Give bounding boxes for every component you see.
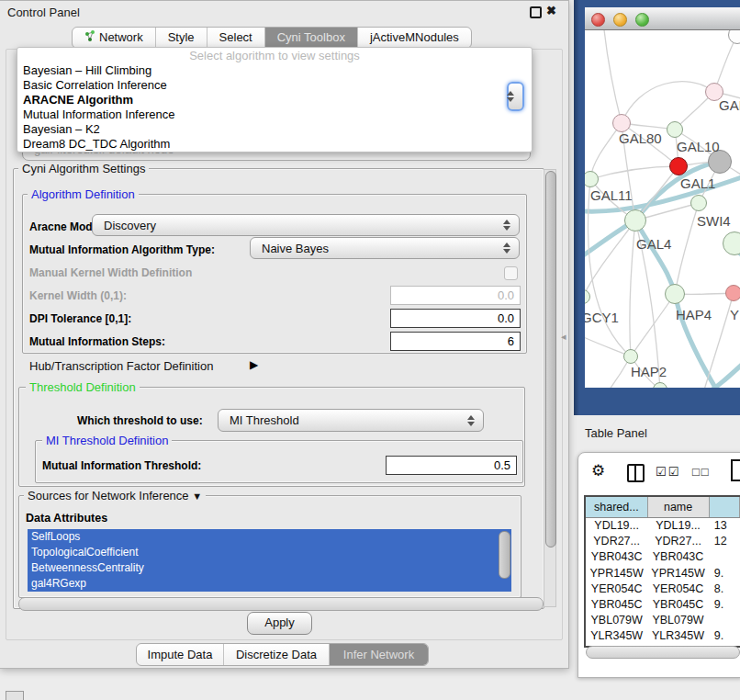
close-traffic-icon[interactable]	[591, 13, 605, 27]
mi-threshold-label: Mutual Information Threshold:	[42, 459, 201, 472]
gear-icon[interactable]: ⚙	[591, 461, 605, 480]
hub-definition-toggle[interactable]: Hub/Transcription Factor Definition	[29, 359, 213, 373]
tab-network[interactable]: Network	[73, 28, 156, 48]
node-label: GAL4	[636, 236, 671, 252]
group-title: Sources for Network Inference ▼	[24, 489, 206, 502]
which-threshold-select[interactable]: MI Threshold	[218, 409, 484, 432]
dropdown-item[interactable]: Bayesian – K2	[17, 122, 532, 137]
deselect-all-checkboxes-icon[interactable]: □□	[692, 465, 711, 479]
group-title: Threshold Definition	[26, 380, 140, 394]
manual-kernel-checkbox[interactable]	[504, 266, 518, 280]
node-table: shared... name YDL19...YDL19...13 YDR27.…	[584, 495, 740, 648]
focused-combo-arrow-button[interactable]	[507, 82, 524, 111]
table-row[interactable]: YDL19...YDL19...13	[586, 518, 740, 534]
tab-style[interactable]: Style	[156, 28, 207, 48]
group-title: Cyni Algorithm Settings	[18, 162, 149, 175]
spinner-arrows-icon	[502, 242, 510, 254]
aracne-mode-select[interactable]: Discovery	[92, 214, 520, 236]
select-all-checkboxes-icon[interactable]: ☑☑	[656, 465, 680, 479]
attribute-item-selected[interactable]: SelfLoops	[28, 529, 511, 545]
tab-jactivemnodules[interactable]: jActiveMNodules	[358, 28, 471, 48]
dropdown-prompt: Select algorithm to view settings	[17, 48, 532, 63]
network-node[interactable]	[723, 231, 740, 255]
tab-discretize-data[interactable]: Discretize Data	[224, 644, 330, 665]
table-row[interactable]: YPR145WYPR145W9.	[586, 566, 740, 581]
list-scrollbar-thumb[interactable]	[499, 531, 510, 579]
dropdown-item-selected[interactable]: ARACNE Algorithm	[17, 93, 532, 107]
node-label: GAL80	[619, 130, 662, 146]
table-rows: YDL19...YDL19...13 YDR27...YDR27...12 YB…	[586, 518, 740, 648]
tab-cyni-toolbox[interactable]: Cyni Toolbox	[265, 28, 358, 48]
mi-type-label: Mutual Information Algorithm Type:	[29, 243, 215, 256]
network-node[interactable]	[624, 209, 646, 231]
table-row[interactable]: YER054CYER054C8.	[586, 581, 740, 597]
table-row[interactable]: YBL079WYBL079W	[586, 613, 740, 628]
dropdown-item[interactable]: Mutual Information Inference	[17, 107, 532, 122]
network-node[interactable]	[690, 195, 707, 211]
settings-scrollbar-thumb[interactable]	[545, 171, 556, 548]
minimize-traffic-icon[interactable]	[613, 13, 627, 27]
window-title: Control Panel	[7, 6, 80, 19]
expanded-triangle-icon[interactable]: ▼	[192, 491, 202, 502]
table-row[interactable]: YLR345WYLR345W9.	[586, 628, 740, 644]
minimized-panel-icon[interactable]	[6, 691, 24, 700]
table-row[interactable]: YBR043CYBR043C	[586, 549, 740, 565]
table-row[interactable]: YBR045CYBR045C9.	[586, 597, 740, 613]
table-row[interactable]: YDR27...YDR27...12	[586, 534, 740, 549]
dpi-tolerance-field[interactable]: 0.0	[390, 309, 521, 328]
dropdown-item[interactable]: Dream8 DC_TDC Algorithm	[17, 137, 532, 152]
network-node[interactable]	[623, 349, 638, 364]
network-node[interactable]	[725, 285, 740, 301]
network-node[interactable]	[665, 284, 685, 304]
control-panel-window: Control Panel ✖ Network Style Select Cyn…	[0, 0, 569, 669]
node-label: GAL10	[677, 139, 720, 154]
column-header-shared-name[interactable]: shared...	[586, 497, 648, 517]
close-icon[interactable]: ✖	[546, 4, 556, 17]
table-panel-title: Table Panel	[585, 426, 647, 440]
node-label: GAL1	[680, 175, 715, 191]
dropdown-item[interactable]: Bayesian – Hill Climbing	[17, 63, 532, 78]
float-window-icon[interactable]	[530, 6, 542, 18]
page-icon[interactable]	[731, 459, 740, 481]
column-header-name[interactable]: name	[648, 497, 710, 517]
node-label: GCY1	[585, 310, 619, 325]
mi-steps-label: Mutual Information Steps:	[29, 335, 165, 348]
dropdown-item[interactable]: Basic Correlation Inference	[17, 78, 532, 93]
node-label: HAP4	[676, 307, 712, 322]
network-node-selected[interactable]	[669, 157, 688, 175]
splitpane-collapse-icon[interactable]: ◂	[561, 331, 566, 343]
table-horizontal-scrollbar[interactable]	[586, 646, 740, 659]
manual-kernel-label: Manual Kernel Width Definition	[29, 266, 192, 279]
desktop: Control Panel ✖ Network Style Select Cyn…	[0, 0, 740, 700]
mi-algorithm-type-select[interactable]: Naive Bayes	[250, 237, 520, 259]
node-label: SWI4	[697, 213, 731, 229]
node-label: HAP2	[631, 364, 667, 379]
which-threshold-label: Which threshold to use:	[77, 414, 203, 427]
attribute-item-selected[interactable]: TopologicalCoefficient	[28, 545, 511, 560]
network-canvas[interactable]: GAL GAL80 GAL10 GAL1 GAL11 SWI4 GAL4 HAP…	[585, 30, 740, 388]
mi-steps-field[interactable]: 6	[390, 332, 521, 351]
network-node[interactable]	[667, 121, 683, 138]
attribute-item-selected[interactable]: gal4RGexp	[28, 576, 511, 592]
column-header-partial[interactable]	[710, 497, 740, 517]
mi-threshold-field[interactable]: 0.5	[386, 456, 517, 475]
tab-impute-data[interactable]: Impute Data	[137, 644, 224, 665]
collapsed-triangle-icon[interactable]: ▶	[250, 358, 258, 371]
algorithm-dropdown-popup: Select algorithm to view settings Bayesi…	[17, 47, 533, 152]
kernel-width-label: Kernel Width (0,1):	[29, 289, 127, 302]
tab-select[interactable]: Select	[207, 28, 265, 48]
network-window-titlebar[interactable]	[585, 7, 740, 30]
apply-button[interactable]: Apply	[247, 612, 312, 635]
data-attributes-list: SelfLoops TopologicalCoefficient Between…	[28, 529, 511, 592]
zoom-traffic-icon[interactable]	[635, 13, 649, 27]
attribute-item-selected[interactable]: BetweennessCentrality	[28, 560, 511, 576]
column-layout-icon[interactable]	[627, 464, 645, 482]
node-label: GAL11	[590, 187, 633, 203]
kernel-width-field[interactable]: 0.0	[390, 286, 521, 305]
horizontal-scrollbar[interactable]	[18, 597, 544, 611]
spinner-arrows-icon	[466, 414, 475, 427]
network-node[interactable]	[612, 114, 631, 132]
network-graph-icon	[84, 28, 95, 48]
tab-infer-network[interactable]: Infer Network	[330, 644, 428, 665]
dpi-tolerance-label: DPI Tolerance [0,1]:	[29, 312, 131, 325]
